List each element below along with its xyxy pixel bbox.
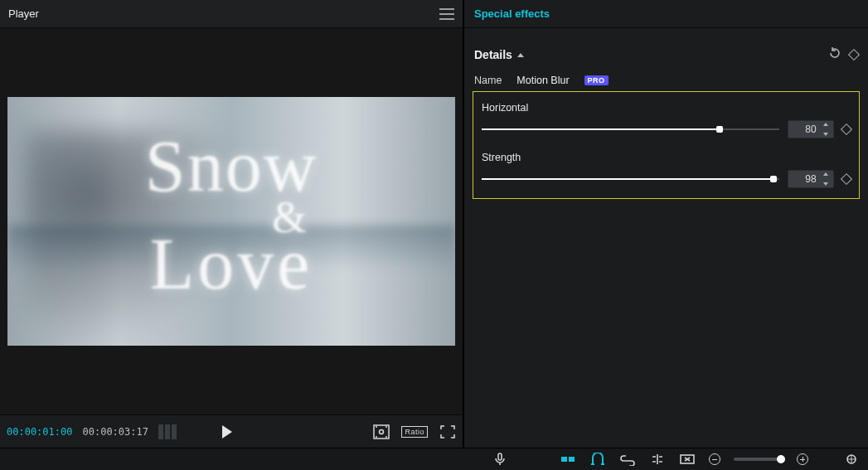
viewer-area: Snow & Love [0, 28, 463, 414]
name-label: Name [474, 75, 502, 86]
strength-keyframe-icon[interactable] [841, 173, 852, 185]
svg-rect-4 [569, 457, 575, 462]
zoom-out-button[interactable] [709, 453, 720, 465]
player-menu-icon[interactable] [439, 8, 454, 20]
reset-icon[interactable] [828, 46, 841, 63]
svg-rect-2 [498, 453, 502, 460]
effect-name: Motion Blur [516, 75, 569, 86]
effect-params-box: Horizontal 80 Strength [473, 91, 860, 199]
zoom-slider[interactable] [734, 458, 783, 461]
effects-header: Special effects [464, 0, 868, 28]
link-icon[interactable] [619, 453, 636, 466]
fit-timeline-icon[interactable] [843, 453, 860, 466]
zoom-in-button[interactable] [797, 453, 808, 465]
param-strength-label: Strength [482, 152, 851, 163]
param-horizontal: Horizontal 80 [473, 99, 859, 138]
player-title: Player [8, 7, 39, 20]
collapse-icon[interactable] [517, 53, 524, 57]
stepper-up-icon[interactable] [823, 172, 828, 176]
ripple-icon[interactable] [560, 453, 576, 466]
effect-name-row: Name Motion Blur PRO [464, 70, 868, 90]
align-center-icon[interactable] [649, 453, 666, 466]
play-button[interactable] [222, 425, 232, 439]
horizontal-value-input[interactable]: 80 [788, 120, 834, 138]
strength-value-input[interactable]: 98 [788, 170, 834, 188]
pro-badge: PRO [584, 75, 609, 85]
crop-icon[interactable] [679, 453, 696, 466]
strength-slider[interactable] [482, 173, 779, 185]
param-horizontal-label: Horizontal [482, 102, 851, 114]
timecode-duration: 00:00:03:17 [82, 426, 148, 438]
timeline-toolbar [0, 448, 868, 470]
fullscreen-icon[interactable] [439, 424, 456, 439]
ratio-button[interactable]: Ratio [401, 426, 428, 438]
video-preview[interactable]: Snow & Love [7, 97, 455, 346]
stepper-down-icon[interactable] [823, 182, 828, 186]
svg-rect-3 [561, 457, 567, 462]
effects-panel: Special effects Details Name Motion Blur… [464, 0, 868, 448]
player-panel: Player Snow & Love 00:00:01:00 00:00:03:… [0, 0, 464, 448]
details-label: Details [474, 48, 512, 61]
player-header: Player [0, 0, 463, 28]
svg-point-1 [380, 429, 384, 434]
snap-icon[interactable] [589, 453, 606, 466]
stepper-down-icon[interactable] [823, 133, 828, 136]
horizontal-slider[interactable] [482, 124, 779, 135]
safe-area-icon[interactable] [373, 424, 390, 439]
timecode-current[interactable]: 00:00:01:00 [7, 426, 72, 438]
details-header: Details [464, 40, 868, 70]
horizontal-keyframe-icon[interactable] [841, 124, 852, 135]
mic-icon[interactable] [492, 453, 508, 466]
stepper-up-icon[interactable] [823, 123, 828, 126]
transport-bar: 00:00:01:00 00:00:03:17 Ratio [0, 414, 463, 448]
columns-icon[interactable] [158, 424, 177, 439]
video-overlay-text: Snow & Love [7, 130, 455, 301]
keyframe-all-icon[interactable] [848, 49, 860, 61]
param-strength: Strength 98 [473, 148, 859, 188]
